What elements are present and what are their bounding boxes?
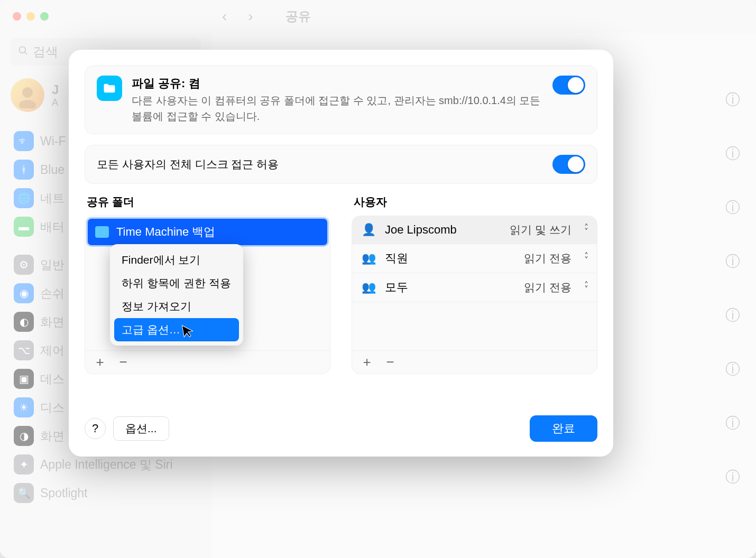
group-icon: 👥 — [361, 252, 376, 265]
folder-icon — [97, 76, 122, 101]
add-folder-button[interactable]: + — [90, 353, 109, 372]
user-permission: 읽기 및 쓰기 — [510, 222, 571, 237]
users-section: 사용자 👤 Joe Lipscomb 읽기 및 쓰기 ˄˅ 👥 직원 읽기 전용… — [352, 194, 597, 374]
user-name: 모두 — [385, 280, 515, 295]
ctx-get-info[interactable]: 정보 가져오기 — [114, 295, 239, 318]
everyone-icon: 👥 — [361, 281, 376, 294]
users-list: 👤 Joe Lipscomb 읽기 및 쓰기 ˄˅ 👥 직원 읽기 전용 ˄˅ … — [352, 216, 597, 374]
add-user-button[interactable]: + — [357, 353, 376, 372]
user-name: 직원 — [385, 250, 515, 266]
users-label: 사용자 — [352, 194, 597, 209]
options-button[interactable]: 옵션... — [113, 416, 169, 441]
user-name: Joe Lipscomb — [385, 223, 501, 237]
help-button[interactable]: ? — [85, 418, 106, 439]
full-disk-toggle[interactable] — [552, 155, 585, 174]
user-row[interactable]: 👥 직원 읽기 전용 ˄˅ — [352, 244, 597, 273]
file-sharing-description: 다른 사용자는 이 컴퓨터의 공유 폴더에 접근할 수 있고, 관리자는 smb… — [132, 92, 543, 124]
user-permission: 읽기 전용 — [524, 280, 571, 295]
shared-folder-name: Time Machine 백업 — [116, 224, 215, 240]
remove-user-button[interactable]: − — [381, 353, 400, 372]
done-button[interactable]: 완료 — [530, 415, 597, 442]
shared-folder-row[interactable]: Time Machine 백업 — [86, 217, 329, 247]
remove-folder-button[interactable]: − — [114, 353, 133, 372]
folder-icon — [95, 226, 109, 238]
permission-stepper-icon[interactable]: ˄˅ — [584, 283, 588, 292]
user-icon: 👤 — [361, 223, 376, 237]
full-disk-label: 모든 사용자의 전체 디스크 접근 허용 — [97, 157, 279, 172]
ctx-advanced-options[interactable]: 고급 옵션… — [114, 318, 239, 341]
file-sharing-title: 파일 공유: 켬 — [132, 76, 543, 91]
permission-stepper-icon[interactable]: ˄˅ — [584, 254, 588, 263]
file-sharing-status-card: 파일 공유: 켬 다른 사용자는 이 컴퓨터의 공유 폴더에 접근할 수 있고,… — [85, 66, 597, 134]
permission-stepper-icon[interactable]: ˄˅ — [584, 226, 588, 234]
user-permission: 읽기 전용 — [524, 251, 571, 266]
user-row[interactable]: 👥 모두 읽기 전용 ˄˅ — [352, 273, 597, 302]
context-menu: Finder에서 보기 하위 항목에 권한 적용 정보 가져오기 고급 옵션… — [110, 244, 243, 346]
file-sharing-toggle[interactable] — [552, 76, 585, 95]
full-disk-access-card: 모든 사용자의 전체 디스크 접근 허용 — [85, 145, 597, 184]
ctx-show-in-finder[interactable]: Finder에서 보기 — [114, 248, 239, 272]
ctx-apply-permissions[interactable]: 하위 항목에 권한 적용 — [114, 272, 239, 295]
shared-folders-label: 공유 폴더 — [85, 194, 330, 209]
user-row[interactable]: 👤 Joe Lipscomb 읽기 및 쓰기 ˄˅ — [352, 216, 597, 244]
